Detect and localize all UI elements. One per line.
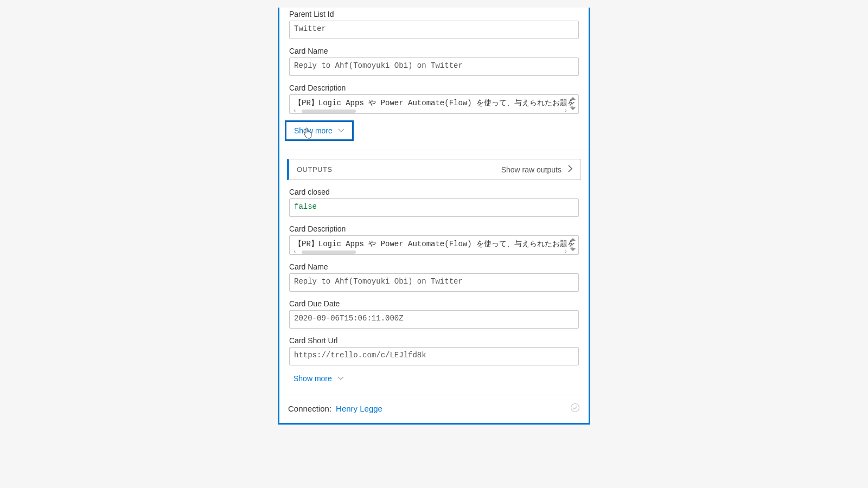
field-label-card-name-out: Card Name: [289, 262, 579, 271]
field-value-parent-list-id[interactable]: Twitter: [289, 21, 579, 39]
field-value-card-closed[interactable]: false: [289, 198, 579, 217]
scroll-left-icon[interactable]: ‹: [293, 107, 297, 114]
field-label-card-short-url: Card Short Url: [289, 336, 579, 345]
scroll-left-icon[interactable]: ‹: [293, 248, 297, 255]
field-label-parent-list-id: Parent List Id: [289, 8, 579, 18]
connection-label: Connection:: [288, 404, 331, 413]
outputs-header-wrap: OUTPUTS Show raw outputs: [279, 150, 589, 180]
field-label-card-name: Card Name: [289, 47, 579, 55]
field-label-card-closed: Card closed: [289, 188, 579, 196]
scroll-up-icon[interactable]: [569, 238, 577, 242]
action-card: Parent List Id Twitter Card Name Reply t…: [278, 8, 590, 425]
outputs-section: Card closed false Card Description 【PR】L…: [279, 188, 589, 389]
field-value-card-name-out[interactable]: Reply to Ahf(Tomoyuki Obi) on Twitter: [289, 273, 579, 292]
chevron-down-icon: [337, 376, 344, 381]
show-more-label: Show more: [294, 126, 333, 135]
field-label-card-description: Card Description: [289, 84, 579, 92]
field-value-card-description[interactable]: 【PR】Logic Apps や Power Automate(Flow) を使…: [289, 94, 579, 114]
scroll-down-icon[interactable]: [569, 248, 577, 252]
show-more-label: Show more: [293, 374, 332, 383]
field-value-card-description-out[interactable]: 【PR】Logic Apps や Power Automate(Flow) を使…: [289, 235, 579, 255]
field-value-card-name[interactable]: Reply to Ahf(Tomoyuki Obi) on Twitter: [289, 57, 579, 76]
field-label-card-description-out: Card Description: [289, 224, 579, 233]
horizontal-scroll[interactable]: ‹ ›: [293, 107, 567, 114]
scroll-right-icon[interactable]: ›: [564, 248, 567, 255]
svg-point-0: [571, 404, 579, 412]
show-more-outputs-link[interactable]: Show more: [289, 372, 348, 385]
scroll-down-icon[interactable]: [569, 107, 577, 111]
inputs-section: Parent List Id Twitter Card Name Reply t…: [279, 8, 589, 150]
connection-name-link[interactable]: Henry Legge: [336, 404, 382, 413]
outputs-header: OUTPUTS Show raw outputs: [287, 159, 581, 180]
field-value-card-short-url[interactable]: https://trello.com/c/LEJlfd8k: [289, 347, 579, 365]
field-value-card-due-date[interactable]: 2020-09-06T15:06:11.000Z: [289, 310, 579, 329]
vertical-scroll[interactable]: [569, 238, 577, 252]
vertical-scroll[interactable]: [569, 97, 577, 111]
field-label-card-due-date: Card Due Date: [289, 299, 579, 308]
chevron-down-icon: [338, 129, 344, 133]
horizontal-scroll[interactable]: ‹ ›: [293, 248, 567, 255]
outputs-title: OUTPUTS: [297, 165, 333, 174]
connection-row: Connection: Henry Legge: [279, 395, 589, 418]
success-check-icon: [570, 403, 580, 414]
show-raw-outputs-link[interactable]: Show raw outputs: [501, 165, 573, 174]
scroll-right-icon[interactable]: ›: [564, 107, 567, 114]
scroll-up-icon[interactable]: [569, 97, 577, 101]
show-more-inputs-link[interactable]: Show more: [285, 120, 354, 141]
chevron-right-icon: [568, 165, 573, 174]
